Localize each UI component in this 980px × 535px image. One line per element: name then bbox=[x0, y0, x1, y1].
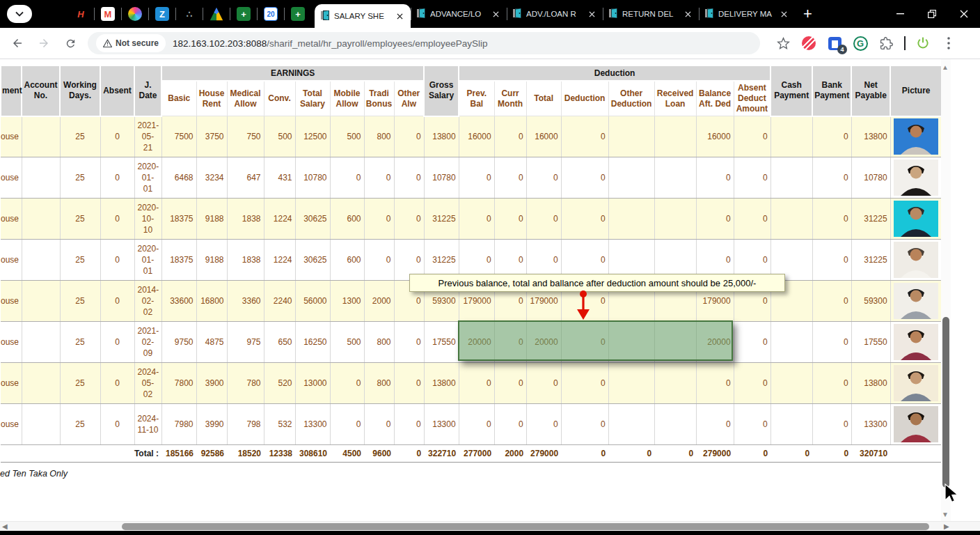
cell-picture bbox=[890, 363, 942, 404]
gmail-icon[interactable]: M bbox=[101, 7, 115, 21]
cell-mobile-allow: 0 bbox=[330, 157, 364, 199]
extension-blue-button[interactable]: 4 bbox=[826, 35, 843, 52]
cell-ment: ouse bbox=[1, 116, 22, 157]
extension-red-button[interactable] bbox=[800, 35, 817, 52]
cell-basic: 18375 bbox=[161, 240, 196, 281]
chrome-menu-button[interactable] bbox=[940, 35, 957, 52]
extensions-button[interactable] bbox=[878, 35, 894, 52]
cell-absent: 0 bbox=[100, 322, 134, 363]
scroll-left-arrow[interactable]: ◀ bbox=[2, 522, 8, 530]
restore-button[interactable] bbox=[916, 0, 948, 28]
close-window-button[interactable] bbox=[948, 0, 980, 28]
cell-basic: 7500 bbox=[161, 116, 196, 157]
graph-icon[interactable]: ∴ bbox=[182, 7, 196, 21]
browser-tab-2[interactable]: ADVANCE/LO bbox=[411, 0, 507, 28]
cell-gross-salary: 10780 bbox=[424, 157, 459, 199]
cell-basic: 33600 bbox=[161, 281, 196, 322]
browser-tab-4[interactable]: RETURN DEL bbox=[603, 0, 699, 28]
scroll-down-arrow[interactable]: ▼ bbox=[942, 511, 949, 518]
back-icon bbox=[11, 37, 24, 49]
column-header: Balance Aft. Ded bbox=[696, 81, 734, 116]
column-header: Absent bbox=[100, 65, 134, 116]
column-header: Other Alw bbox=[394, 81, 424, 116]
cell-gross-salary: 13800 bbox=[424, 363, 459, 404]
horizontal-scroll-thumb[interactable] bbox=[122, 523, 929, 530]
forward-button[interactable] bbox=[35, 34, 53, 52]
mouse-cursor bbox=[944, 483, 959, 504]
cell-other-deduction bbox=[608, 404, 654, 445]
horizontal-scrollbar[interactable]: ◀ ▶ bbox=[0, 521, 980, 531]
clickup-icon[interactable] bbox=[128, 7, 142, 21]
column-header: Gross Salary bbox=[424, 65, 459, 116]
cell-basic: 9750 bbox=[161, 322, 196, 363]
pinned-tab-separator bbox=[230, 8, 230, 20]
minimize-button[interactable] bbox=[884, 0, 916, 28]
cell-working-days-: 25 bbox=[60, 116, 100, 157]
back-button[interactable] bbox=[8, 34, 26, 52]
power-button[interactable] bbox=[915, 35, 931, 52]
new-tab-button[interactable]: + bbox=[803, 5, 812, 23]
tab-close-button[interactable] bbox=[394, 10, 405, 22]
deduction-group-header: Deduction bbox=[459, 65, 770, 81]
cell-ment: ouse bbox=[1, 281, 22, 322]
total-row: Total :185166925861852012338308610450096… bbox=[1, 445, 942, 463]
tab-search-button[interactable] bbox=[7, 5, 32, 23]
sheets-icon-2[interactable]: + bbox=[291, 7, 305, 21]
total-value: 9600 bbox=[364, 445, 394, 463]
cell-other-alw: 0 bbox=[394, 157, 424, 199]
tab-close-button[interactable] bbox=[682, 8, 693, 20]
cell-absent: 0 bbox=[100, 240, 134, 281]
scroll-right-arrow[interactable]: ▶ bbox=[944, 522, 949, 530]
tab-close-button[interactable] bbox=[490, 8, 501, 20]
cell-picture bbox=[890, 199, 942, 240]
address-bar[interactable]: Not secure 182.163.102.203:8088/sharif_m… bbox=[88, 32, 760, 54]
security-chip[interactable]: Not secure bbox=[96, 34, 166, 52]
cell-tradi-bonus: 0 bbox=[364, 199, 394, 240]
drive-icon[interactable] bbox=[210, 7, 223, 21]
cell-tradi-bonus: 0 bbox=[364, 157, 394, 199]
calendar-icon[interactable]: 20 bbox=[264, 7, 278, 21]
pinned-tab-separator bbox=[257, 8, 258, 20]
cell-j-date: 2014-02-02 bbox=[134, 281, 161, 322]
cell-cash-payment bbox=[770, 322, 812, 363]
browser-tab-5[interactable]: DELIVERY MA bbox=[699, 0, 795, 28]
cell-tradi-bonus: 800 bbox=[364, 363, 394, 404]
cell-total-salary: 10780 bbox=[295, 157, 330, 199]
refresh-button[interactable] bbox=[61, 34, 79, 52]
cell-picture bbox=[890, 404, 942, 445]
cell-total-salary: 30625 bbox=[295, 240, 330, 281]
tab-close-button[interactable] bbox=[778, 8, 789, 20]
z-app-icon[interactable]: Z bbox=[155, 7, 169, 21]
cell-total-salary: 13300 bbox=[295, 404, 330, 445]
table-row: ouse2502020-01-0164683234647431107800001… bbox=[1, 157, 942, 199]
star-icon bbox=[777, 37, 790, 50]
cell-ment: ouse bbox=[1, 363, 22, 404]
column-header: Medical Allow bbox=[227, 81, 264, 116]
browser-tab-1[interactable]: SALARY SHE bbox=[315, 4, 411, 28]
employee-photo bbox=[894, 160, 938, 196]
vertical-scrollbar[interactable]: ▲ ▼ bbox=[941, 59, 951, 521]
cell-gross-salary: 13800 bbox=[424, 116, 459, 157]
forward-icon bbox=[38, 37, 50, 49]
cell-bank-payment: 0 bbox=[812, 240, 851, 281]
cell-gross-salary: 17550 bbox=[424, 322, 459, 363]
cell-basic: 7980 bbox=[161, 404, 196, 445]
cell-medical-allow: 780 bbox=[227, 363, 264, 404]
sheets-icon[interactable]: + bbox=[237, 7, 251, 21]
vertical-scroll-thumb[interactable] bbox=[942, 317, 949, 488]
cell-ment: ouse bbox=[1, 199, 22, 240]
cell-bank-payment: 0 bbox=[812, 363, 851, 404]
browser-tab-3[interactable]: ADV./LOAN R bbox=[507, 0, 603, 28]
tab-title: ADVANCE/LO bbox=[430, 10, 487, 18]
cell-house-rent: 3900 bbox=[196, 363, 227, 404]
cell-curr-month: 0 bbox=[494, 157, 526, 199]
total-value: 320710 bbox=[851, 445, 890, 463]
grammarly-button[interactable]: G bbox=[852, 35, 869, 52]
cell-j-date: 2020-10-10 bbox=[134, 199, 161, 240]
power-icon bbox=[916, 36, 930, 50]
total-value: 0 bbox=[734, 445, 770, 463]
bookmark-star-button[interactable] bbox=[775, 35, 791, 52]
scroll-up-arrow[interactable]: ▲ bbox=[942, 63, 949, 71]
tab-close-button[interactable] bbox=[586, 8, 597, 20]
h-app-icon[interactable]: H bbox=[74, 7, 88, 21]
